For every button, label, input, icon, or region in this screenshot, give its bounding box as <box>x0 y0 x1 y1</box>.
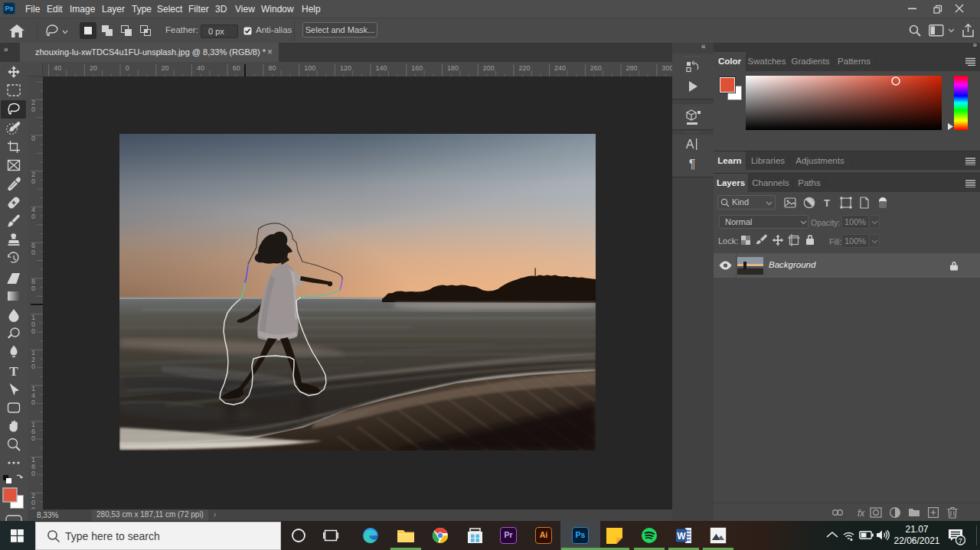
svg-text:0: 0 <box>31 285 35 292</box>
svg-text:0: 0 <box>31 399 35 406</box>
svg-text:40: 40 <box>54 64 61 72</box>
svg-text:40: 40 <box>197 64 204 72</box>
svg-text:260: 260 <box>590 64 602 72</box>
svg-text:140: 140 <box>376 64 387 72</box>
svg-text:0: 0 <box>31 327 35 335</box>
svg-text:0: 0 <box>31 470 35 477</box>
svg-text:160: 160 <box>411 64 423 72</box>
svg-text:0: 0 <box>31 213 35 220</box>
svg-text:T: T <box>824 197 830 209</box>
svg-text:¶: ¶ <box>689 158 696 171</box>
svg-text:280: 280 <box>626 64 638 72</box>
svg-text:0: 0 <box>31 135 35 142</box>
svg-text:60: 60 <box>233 64 240 72</box>
svg-text:240: 240 <box>554 64 566 72</box>
svg-text:0: 0 <box>31 434 35 442</box>
svg-text:20: 20 <box>90 64 97 72</box>
svg-text:W: W <box>677 531 686 542</box>
svg-text:0: 0 <box>31 76 35 78</box>
svg-text:300: 300 <box>662 64 672 72</box>
svg-text:0: 0 <box>31 177 35 185</box>
svg-text:T: T <box>9 364 18 379</box>
svg-text:200: 200 <box>483 64 495 72</box>
svg-text:0: 0 <box>31 106 35 113</box>
svg-text:0: 0 <box>126 64 129 72</box>
svg-text:20: 20 <box>161 64 168 72</box>
svg-text:220: 220 <box>518 64 530 72</box>
svg-text:80: 80 <box>269 64 276 72</box>
svg-text:7: 7 <box>959 536 962 545</box>
svg-text:fx: fx <box>858 508 865 519</box>
svg-text:100: 100 <box>304 64 315 72</box>
svg-text:180: 180 <box>447 64 459 72</box>
svg-text:120: 120 <box>340 64 351 72</box>
svg-text:0: 0 <box>31 249 35 256</box>
svg-text:A: A <box>686 138 694 151</box>
svg-text:0: 0 <box>31 363 35 370</box>
